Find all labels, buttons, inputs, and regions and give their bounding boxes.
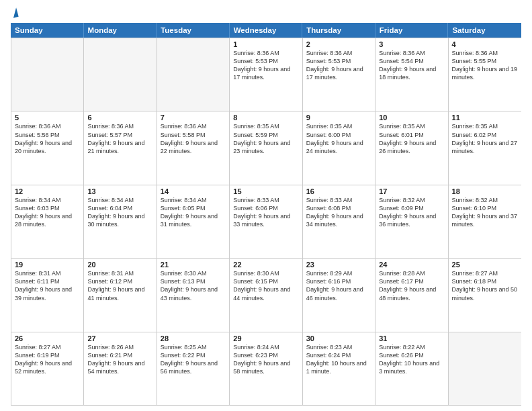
calendar-cell: 19Sunrise: 8:31 AM Sunset: 6:11 PM Dayli… xyxy=(11,259,84,331)
calendar-cell: 7Sunrise: 8:36 AM Sunset: 5:58 PM Daylig… xyxy=(157,111,230,184)
day-header-wednesday: Wednesday xyxy=(230,23,303,38)
calendar-cell: 13Sunrise: 8:34 AM Sunset: 6:04 PM Dayli… xyxy=(84,185,157,258)
day-number: 9 xyxy=(306,113,371,122)
day-number: 7 xyxy=(161,113,226,122)
day-number: 3 xyxy=(379,40,444,48)
calendar-week-2: 5Sunrise: 8:36 AM Sunset: 5:56 PM Daylig… xyxy=(11,111,521,184)
day-number: 13 xyxy=(87,187,152,195)
day-header-friday: Friday xyxy=(375,23,449,38)
day-info: Sunrise: 8:23 AM Sunset: 6:24 PM Dayligh… xyxy=(306,343,371,376)
day-info: Sunrise: 8:24 AM Sunset: 6:23 PM Dayligh… xyxy=(233,343,298,376)
day-info: Sunrise: 8:30 AM Sunset: 6:13 PM Dayligh… xyxy=(161,269,226,302)
calendar-cell: 21Sunrise: 8:30 AM Sunset: 6:13 PM Dayli… xyxy=(157,259,230,331)
day-header-monday: Monday xyxy=(84,23,157,38)
calendar-cell: 23Sunrise: 8:29 AM Sunset: 6:16 PM Dayli… xyxy=(303,259,375,331)
day-number: 31 xyxy=(379,334,444,342)
calendar-week-5: 26Sunrise: 8:27 AM Sunset: 6:19 PM Dayli… xyxy=(11,332,521,405)
day-info: Sunrise: 8:35 AM Sunset: 6:02 PM Dayligh… xyxy=(452,122,518,155)
calendar-cell: 14Sunrise: 8:34 AM Sunset: 6:05 PM Dayli… xyxy=(157,185,230,258)
calendar-cell: 22Sunrise: 8:30 AM Sunset: 6:15 PM Dayli… xyxy=(230,259,302,331)
day-number: 29 xyxy=(233,334,298,342)
calendar-cell: 12Sunrise: 8:34 AM Sunset: 6:03 PM Dayli… xyxy=(11,185,84,258)
day-number: 23 xyxy=(306,261,371,269)
day-info: Sunrise: 8:32 AM Sunset: 6:09 PM Dayligh… xyxy=(379,196,444,229)
calendar-week-4: 19Sunrise: 8:31 AM Sunset: 6:11 PM Dayli… xyxy=(11,258,521,331)
day-info: Sunrise: 8:33 AM Sunset: 6:08 PM Dayligh… xyxy=(306,196,371,229)
day-info: Sunrise: 8:25 AM Sunset: 6:22 PM Dayligh… xyxy=(161,343,226,376)
calendar-cell xyxy=(84,38,157,111)
day-number: 6 xyxy=(87,113,152,122)
day-number: 8 xyxy=(233,113,298,122)
calendar-cell: 5Sunrise: 8:36 AM Sunset: 5:56 PM Daylig… xyxy=(11,111,84,184)
logo-icon xyxy=(11,7,18,18)
day-info: Sunrise: 8:31 AM Sunset: 6:12 PM Dayligh… xyxy=(87,269,152,302)
day-header-sunday: Sunday xyxy=(11,23,84,38)
day-number: 5 xyxy=(15,113,80,122)
calendar-cell: 25Sunrise: 8:27 AM Sunset: 6:18 PM Dayli… xyxy=(449,259,521,331)
day-number: 15 xyxy=(233,187,298,195)
calendar-cell: 29Sunrise: 8:24 AM Sunset: 6:23 PM Dayli… xyxy=(230,332,302,405)
calendar-cell: 9Sunrise: 8:35 AM Sunset: 6:00 PM Daylig… xyxy=(303,111,375,184)
day-info: Sunrise: 8:26 AM Sunset: 6:21 PM Dayligh… xyxy=(87,343,152,376)
calendar-cell xyxy=(157,38,230,111)
calendar-cell: 28Sunrise: 8:25 AM Sunset: 6:22 PM Dayli… xyxy=(157,332,230,405)
day-info: Sunrise: 8:27 AM Sunset: 6:18 PM Dayligh… xyxy=(452,269,518,302)
day-number: 20 xyxy=(87,261,152,269)
day-info: Sunrise: 8:36 AM Sunset: 5:55 PM Dayligh… xyxy=(452,49,518,82)
day-info: Sunrise: 8:34 AM Sunset: 6:05 PM Dayligh… xyxy=(161,196,226,229)
day-info: Sunrise: 8:27 AM Sunset: 6:19 PM Dayligh… xyxy=(15,343,80,376)
day-info: Sunrise: 8:22 AM Sunset: 6:26 PM Dayligh… xyxy=(379,343,444,376)
day-info: Sunrise: 8:36 AM Sunset: 5:56 PM Dayligh… xyxy=(15,122,80,155)
page: SundayMondayTuesdayWednesdayThursdayFrid… xyxy=(0,0,532,411)
calendar-header: SundayMondayTuesdayWednesdayThursdayFrid… xyxy=(11,23,521,38)
calendar-body: 1Sunrise: 8:36 AM Sunset: 5:53 PM Daylig… xyxy=(11,38,521,406)
day-number: 1 xyxy=(233,40,298,48)
day-number: 28 xyxy=(161,334,226,342)
day-number: 14 xyxy=(161,187,226,195)
calendar-cell: 20Sunrise: 8:31 AM Sunset: 6:12 PM Dayli… xyxy=(84,259,157,331)
calendar-cell: 18Sunrise: 8:32 AM Sunset: 6:10 PM Dayli… xyxy=(449,185,521,258)
day-info: Sunrise: 8:32 AM Sunset: 6:10 PM Dayligh… xyxy=(452,196,518,229)
calendar-cell: 3Sunrise: 8:36 AM Sunset: 5:54 PM Daylig… xyxy=(375,38,448,111)
day-info: Sunrise: 8:31 AM Sunset: 6:11 PM Dayligh… xyxy=(15,269,80,302)
day-number: 26 xyxy=(15,334,80,342)
day-number: 11 xyxy=(452,113,518,122)
day-number: 10 xyxy=(379,113,444,122)
day-number: 27 xyxy=(87,334,152,342)
calendar-week-1: 1Sunrise: 8:36 AM Sunset: 5:53 PM Daylig… xyxy=(11,38,521,111)
calendar-cell: 6Sunrise: 8:36 AM Sunset: 5:57 PM Daylig… xyxy=(84,111,157,184)
calendar-cell: 11Sunrise: 8:35 AM Sunset: 6:02 PM Dayli… xyxy=(449,111,521,184)
day-header-thursday: Thursday xyxy=(302,23,375,38)
calendar-cell: 1Sunrise: 8:36 AM Sunset: 5:53 PM Daylig… xyxy=(230,38,302,111)
logo-text xyxy=(11,8,18,17)
day-info: Sunrise: 8:30 AM Sunset: 6:15 PM Dayligh… xyxy=(233,269,298,302)
day-info: Sunrise: 8:36 AM Sunset: 5:53 PM Dayligh… xyxy=(306,49,371,82)
calendar-cell: 26Sunrise: 8:27 AM Sunset: 6:19 PM Dayli… xyxy=(11,332,84,405)
day-number: 25 xyxy=(452,261,518,269)
day-number: 12 xyxy=(15,187,80,195)
calendar: SundayMondayTuesdayWednesdayThursdayFrid… xyxy=(11,23,521,406)
calendar-cell: 15Sunrise: 8:33 AM Sunset: 6:06 PM Dayli… xyxy=(230,185,302,258)
day-number: 21 xyxy=(161,261,226,269)
day-header-saturday: Saturday xyxy=(448,23,521,38)
day-info: Sunrise: 8:35 AM Sunset: 6:00 PM Dayligh… xyxy=(306,122,371,155)
day-header-tuesday: Tuesday xyxy=(157,23,230,38)
day-info: Sunrise: 8:33 AM Sunset: 6:06 PM Dayligh… xyxy=(233,196,298,229)
calendar-cell: 30Sunrise: 8:23 AM Sunset: 6:24 PM Dayli… xyxy=(303,332,375,405)
calendar-cell: 10Sunrise: 8:35 AM Sunset: 6:01 PM Dayli… xyxy=(375,111,448,184)
day-info: Sunrise: 8:36 AM Sunset: 5:54 PM Dayligh… xyxy=(379,49,444,82)
day-number: 17 xyxy=(379,187,444,195)
calendar-cell xyxy=(11,38,84,111)
day-info: Sunrise: 8:34 AM Sunset: 6:03 PM Dayligh… xyxy=(15,196,80,229)
calendar-cell: 2Sunrise: 8:36 AM Sunset: 5:53 PM Daylig… xyxy=(303,38,375,111)
calendar-cell: 24Sunrise: 8:28 AM Sunset: 6:17 PM Dayli… xyxy=(375,259,448,331)
day-number: 4 xyxy=(452,40,518,48)
day-number: 24 xyxy=(379,261,444,269)
calendar-cell xyxy=(449,332,521,405)
day-number: 18 xyxy=(452,187,518,195)
calendar-week-3: 12Sunrise: 8:34 AM Sunset: 6:03 PM Dayli… xyxy=(11,185,521,258)
calendar-cell: 31Sunrise: 8:22 AM Sunset: 6:26 PM Dayli… xyxy=(375,332,448,405)
day-number: 22 xyxy=(233,261,298,269)
day-number: 19 xyxy=(15,261,80,269)
day-info: Sunrise: 8:28 AM Sunset: 6:17 PM Dayligh… xyxy=(379,269,444,302)
